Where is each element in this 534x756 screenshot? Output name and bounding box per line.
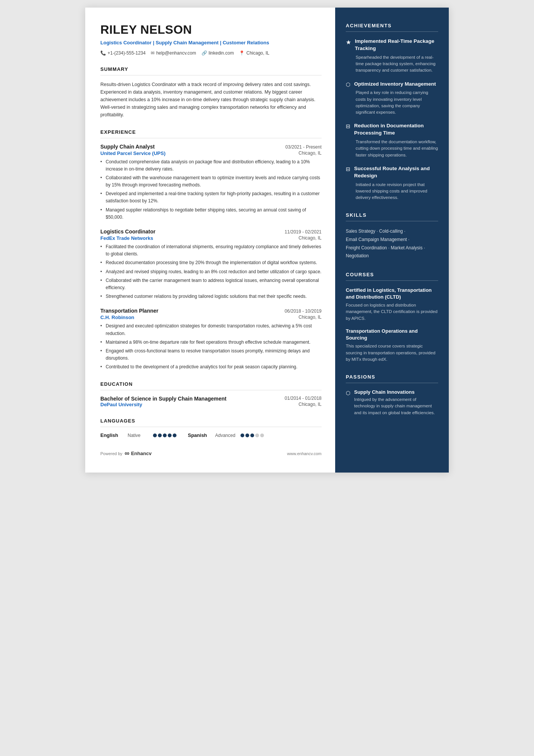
exp-company-0: United Parcel Service (UPS) xyxy=(100,150,166,156)
contact-row: 📞 +1-(234)-555-1234 ✉ help@enhancv.com 🔗… xyxy=(100,50,322,56)
logo-symbol: ∞ xyxy=(125,449,130,457)
passions-section: PASSIONS ⬡ Supply Chain Innovations Intr… xyxy=(346,374,438,416)
lang-level-1: Advanced xyxy=(215,433,236,438)
lang-dot-1-2 xyxy=(250,434,254,437)
achievement-header-1: ⬡ Optimized Inventory Management xyxy=(346,81,438,88)
achievement-title-1: Optimized Inventory Management xyxy=(354,81,436,88)
footer-website: www.enhancv.com xyxy=(287,451,322,456)
edu-school-0: DePaul University xyxy=(100,402,142,407)
exp-bullet-2-1: Maintained a 98% on-time departure rate … xyxy=(100,339,322,346)
left-column: RILEY NELSON Logistics Coordinator | Sup… xyxy=(85,8,335,473)
lang-dot-1-1 xyxy=(245,434,249,437)
education-divider xyxy=(100,390,322,390)
passions-title: PASSIONS xyxy=(346,374,438,380)
achievement-item-0: ★ Implemented Real-Time Package Tracking… xyxy=(346,38,438,74)
lang-dot-0-3 xyxy=(168,434,172,437)
achievement-title-2: Reduction in Documentation Processing Ti… xyxy=(354,122,438,137)
summary-title: SUMMARY xyxy=(100,66,322,72)
candidate-subtitle: Logistics Coordinator | Supply Chain Man… xyxy=(100,39,322,47)
course-title-0: Certified in Logistics, Transportation a… xyxy=(346,287,438,301)
exp-bullet-1-1: Reduced documentation processing time by… xyxy=(100,259,322,266)
phone-number: +1-(234)-555-1234 xyxy=(108,50,145,56)
email-contact: ✉ help@enhancv.com xyxy=(151,50,196,56)
experience-section: EXPERIENCE Supply Chain Analyst 03/2021 … xyxy=(100,129,322,371)
exp-bullet-1-2: Analyzed and revised shipping routes, le… xyxy=(100,268,322,275)
brand-name: Enhancv xyxy=(131,451,151,456)
linkedin-icon: 🔗 xyxy=(201,50,207,56)
edu-degree-0: Bachelor of Science in Supply Chain Mana… xyxy=(100,396,226,402)
exp-company-row-0: United Parcel Service (UPS) Chicago, IL xyxy=(100,150,322,156)
location-text: Chicago, IL xyxy=(246,50,269,56)
exp-title-1: Logistics Coordinator xyxy=(100,229,155,235)
course-item-1: Transportation Operations and Sourcing T… xyxy=(346,328,438,363)
course-item-0: Certified in Logistics, Transportation a… xyxy=(346,287,438,322)
achievement-desc-1: Played a key role in reducing carrying c… xyxy=(346,89,438,116)
phone-contact: 📞 +1-(234)-555-1234 xyxy=(100,50,145,56)
right-column: ACHIEVEMENTS ★ Implemented Real-Time Pac… xyxy=(335,8,449,473)
exp-bullet-0-2: Developed and implemented a real-time tr… xyxy=(100,190,322,205)
passion-title-0: Supply Chain Innovations xyxy=(354,389,438,395)
achievement-title-0: Implemented Real-Time Package Tracking xyxy=(355,38,438,52)
achievement-icon-3: ⊟ xyxy=(346,166,350,172)
experience-entry-0: Supply Chain Analyst 03/2021 - Present U… xyxy=(100,144,322,221)
enhancv-logo: ∞ Enhancv xyxy=(125,449,151,457)
passions-divider xyxy=(346,383,438,383)
exp-header-0: Supply Chain Analyst 03/2021 - Present xyxy=(100,144,322,150)
experience-entry-2: Transportation Planner 06/2018 - 10/2019… xyxy=(100,308,322,371)
summary-section: SUMMARY Results-driven Logistics Coordin… xyxy=(100,66,322,119)
location-icon: 📍 xyxy=(239,50,245,56)
achievement-item-3: ⊟ Successful Route Analysis and Redesign… xyxy=(346,165,438,201)
exp-bullet-2-0: Designed and executed optimization strat… xyxy=(100,322,322,337)
lang-dot-0-2 xyxy=(163,434,167,437)
lang-dot-0-0 xyxy=(153,434,157,437)
achievement-header-2: ⊟ Reduction in Documentation Processing … xyxy=(346,122,438,137)
course-desc-0: Focused on logistics and distribution ma… xyxy=(346,302,438,322)
email-address: help@enhancv.com xyxy=(156,50,196,56)
lang-dot-1-4 xyxy=(260,434,264,437)
exp-location-0: Chicago, IL xyxy=(298,150,322,156)
achievement-icon-0: ★ xyxy=(346,39,351,46)
exp-bullet-2-3: Contributed to the development of a pred… xyxy=(100,363,322,371)
achievement-desc-0: Spearheaded the development of a real-ti… xyxy=(346,54,438,74)
exp-company-1: FedEx Trade Networks xyxy=(100,235,153,241)
achievement-item-1: ⬡ Optimized Inventory Management Played … xyxy=(346,81,438,116)
exp-title-2: Transportation Planner xyxy=(100,308,158,314)
exp-bullet-1-0: Facilitated the coordination of internat… xyxy=(100,243,322,258)
edu-loc-0: Chicago, IL xyxy=(298,402,322,407)
languages-row: English Native Spanish Advanced xyxy=(100,432,322,438)
email-icon: ✉ xyxy=(151,50,155,56)
achievement-title-3: Successful Route Analysis and Redesign xyxy=(354,165,438,180)
education-title: EDUCATION xyxy=(100,381,322,387)
passion-icon-0: ⬡ xyxy=(346,390,350,396)
lang-dot-1-3 xyxy=(255,434,259,437)
lang-name-0: English xyxy=(100,432,123,438)
left-footer: Powered by ∞ Enhancv www.enhancv.com xyxy=(100,449,322,457)
skills-line-3: Negotiation xyxy=(346,252,438,260)
exp-bullet-1-4: Strengthened customer relations by provi… xyxy=(100,293,322,300)
passion-item-0: ⬡ Supply Chain Innovations Intrigued by … xyxy=(346,389,438,416)
exp-date-1: 11/2019 - 02/2021 xyxy=(285,229,322,235)
achievements-divider xyxy=(346,31,438,32)
powered-by: Powered by ∞ Enhancv xyxy=(100,449,151,457)
achievement-desc-3: Initiated a route revision project that … xyxy=(346,182,438,201)
skills-section: SKILLS Sales Strategy · Cold-calling · E… xyxy=(346,212,438,260)
exp-title-0: Supply Chain Analyst xyxy=(100,144,155,150)
summary-divider xyxy=(100,75,322,75)
skills-title: SKILLS xyxy=(346,212,438,218)
exp-bullet-0-3: Managed supplier relationships to negoti… xyxy=(100,207,322,221)
phone-icon: 📞 xyxy=(100,50,106,56)
lang-dots-1 xyxy=(240,434,264,437)
skills-text: Sales Strategy · Cold-calling · Email Ca… xyxy=(346,227,438,260)
experience-divider xyxy=(100,138,322,138)
exp-bullet-2-2: Engaged with cross-functional teams to r… xyxy=(100,347,322,362)
achievement-header-0: ★ Implemented Real-Time Package Tracking xyxy=(346,38,438,52)
skills-line-0: Sales Strategy · Cold-calling · xyxy=(346,227,438,236)
achievement-header-3: ⊟ Successful Route Analysis and Redesign xyxy=(346,165,438,180)
achievement-item-2: ⊟ Reduction in Documentation Processing … xyxy=(346,122,438,158)
lang-dots-0 xyxy=(153,434,176,437)
education-section: EDUCATION Bachelor of Science in Supply … xyxy=(100,381,322,407)
exp-bullets-1: Facilitated the coordination of internat… xyxy=(100,243,322,300)
lang-dot-1-0 xyxy=(240,434,244,437)
edu-school-row-0: DePaul University Chicago, IL xyxy=(100,402,322,407)
languages-title: LANGUAGES xyxy=(100,418,322,424)
